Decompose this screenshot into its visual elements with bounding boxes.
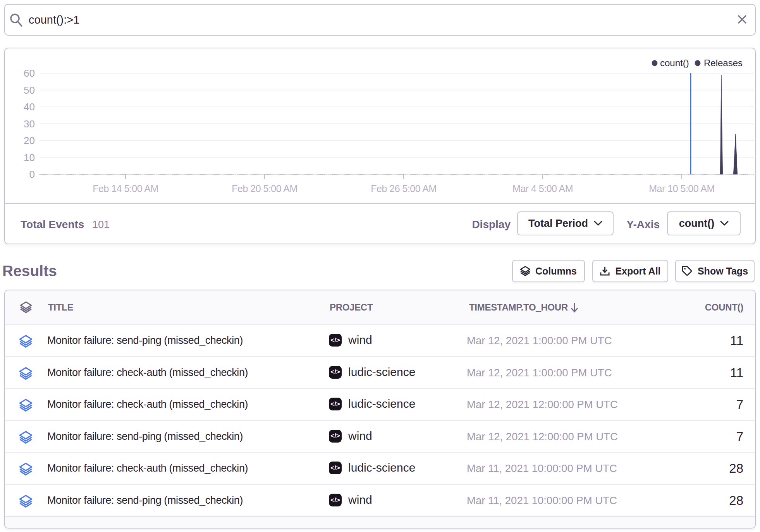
svg-text:Feb 14 5:00 AM: Feb 14 5:00 AM [93,183,158,194]
svg-text:Mar 10 5:00 AM: Mar 10 5:00 AM [649,183,714,194]
svg-text:60: 60 [24,67,35,79]
svg-text:40: 40 [24,101,35,113]
svg-text:30: 30 [24,118,35,130]
svg-text:0: 0 [29,168,35,180]
svg-text:count(): count() [660,58,689,68]
svg-text:Feb 20 5:00 AM: Feb 20 5:00 AM [232,183,297,194]
svg-text:20: 20 [24,135,35,146]
svg-text:Releases: Releases [704,58,743,68]
svg-text:Mar 4 5:00 AM: Mar 4 5:00 AM [512,183,573,194]
svg-text:Feb 26 5:00 AM: Feb 26 5:00 AM [371,183,437,194]
svg-text:10: 10 [24,152,35,163]
svg-text:50: 50 [24,84,35,96]
